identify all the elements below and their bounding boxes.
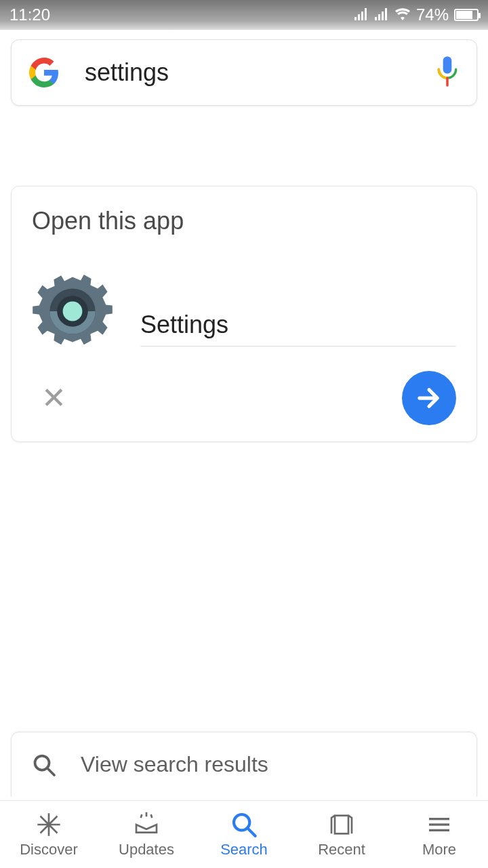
svg-rect-0 — [443, 56, 452, 73]
nav-label: Updates — [119, 841, 174, 859]
updates-icon — [133, 811, 160, 838]
wifi-icon — [394, 5, 411, 24]
open-app-card: Open this app Settings ✕ — [11, 186, 477, 442]
status-right: 74% — [354, 5, 479, 24]
status-time: 11:20 — [9, 5, 50, 24]
nav-recent[interactable]: Recent — [293, 801, 390, 868]
recent-icon — [328, 811, 355, 838]
nav-label: Recent — [318, 841, 365, 859]
svg-line-6 — [47, 768, 55, 775]
mic-icon[interactable] — [434, 56, 460, 89]
battery-icon — [454, 9, 479, 21]
discover-icon — [35, 811, 62, 838]
close-icon[interactable]: ✕ — [41, 383, 66, 413]
view-search-results[interactable]: View search results — [11, 732, 477, 797]
nav-search[interactable]: Search — [195, 801, 293, 868]
nav-label: More — [422, 841, 456, 859]
search-box[interactable] — [11, 39, 477, 106]
battery-pct: 74% — [416, 5, 449, 24]
card-title: Open this app — [32, 207, 456, 235]
menu-icon — [426, 811, 453, 838]
nav-discover[interactable]: Discover — [0, 801, 98, 868]
signal-icon-2 — [374, 5, 389, 24]
open-app-button[interactable] — [402, 371, 456, 425]
status-bar: 11:20 74% — [0, 0, 488, 30]
nav-more[interactable]: More — [390, 801, 488, 868]
search-icon — [32, 753, 56, 777]
bottom-nav: Discover Updates Search Recent More — [0, 800, 488, 868]
search-input[interactable] — [85, 58, 434, 87]
nav-updates[interactable]: Updates — [98, 801, 195, 868]
svg-rect-9 — [335, 815, 348, 833]
svg-point-4 — [63, 302, 83, 321]
arrow-right-icon — [415, 384, 443, 412]
svg-line-8 — [247, 828, 256, 836]
gear-icon — [32, 271, 113, 352]
nav-label: Search — [220, 841, 268, 859]
search-icon — [230, 811, 258, 838]
signal-icon — [354, 5, 369, 24]
view-results-label: View search results — [81, 752, 268, 777]
nav-label: Discover — [20, 841, 78, 859]
google-logo-icon — [28, 56, 60, 89]
app-name: Settings — [140, 311, 456, 339]
app-row[interactable]: Settings — [32, 271, 456, 352]
